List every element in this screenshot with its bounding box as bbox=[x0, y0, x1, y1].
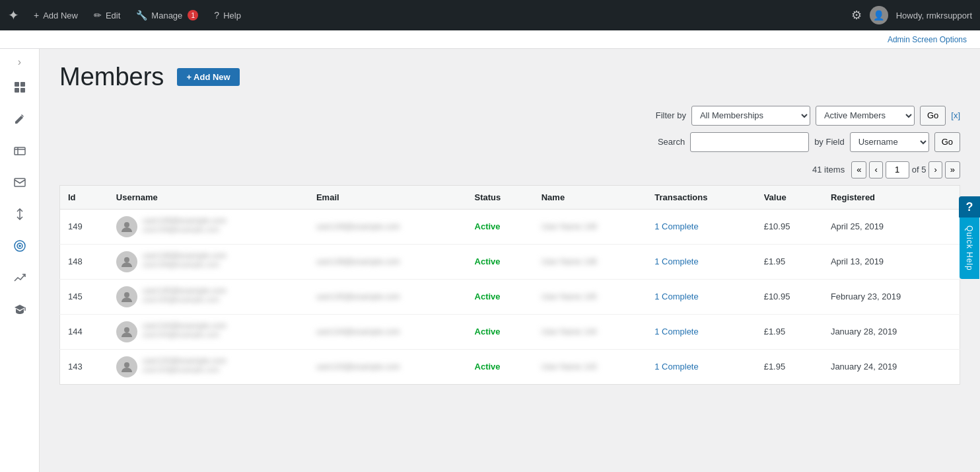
sidebar-item-mail[interactable] bbox=[5, 168, 34, 197]
memberships-filter-select[interactable]: All Memberships bbox=[691, 106, 810, 126]
sidebar-item-transfer[interactable] bbox=[5, 200, 34, 229]
status-badge: Active bbox=[475, 221, 501, 231]
table-row: 143 user143@example.com user143@example.… bbox=[60, 349, 960, 384]
cell-email: user145@example.com bbox=[308, 279, 467, 314]
wrench-icon: 🔧 bbox=[136, 10, 147, 20]
name-text: User Name 144 bbox=[542, 327, 597, 336]
transaction-link[interactable]: 1 Complete bbox=[654, 327, 698, 336]
add-new-button[interactable]: + Add New bbox=[177, 68, 239, 86]
edit-icon: ✏ bbox=[94, 10, 102, 20]
screen-options-button[interactable]: Admin Screen Options bbox=[888, 35, 967, 44]
manage-nav-item[interactable]: 🔧 Manage 1 bbox=[129, 6, 205, 24]
sidebar: › bbox=[0, 49, 40, 472]
username-link[interactable]: user149@example.com bbox=[143, 225, 227, 233]
cell-name: User Name 143 bbox=[534, 349, 647, 384]
name-text: User Name 143 bbox=[542, 362, 597, 372]
search-field-select[interactable]: Username bbox=[850, 132, 929, 152]
avatar bbox=[116, 321, 137, 342]
sidebar-item-chart[interactable] bbox=[5, 263, 34, 292]
svg-rect-7 bbox=[15, 178, 25, 186]
sidebar-item-graduation[interactable] bbox=[5, 295, 34, 324]
avatar bbox=[116, 251, 137, 272]
name-text: User Name 145 bbox=[542, 292, 597, 301]
cell-value: £1.95 bbox=[756, 244, 823, 279]
quick-help-question-button[interactable]: ? bbox=[959, 196, 980, 217]
cell-name: User Name 145 bbox=[534, 279, 647, 314]
last-page-button[interactable]: » bbox=[945, 161, 960, 178]
sidebar-item-dashboard[interactable] bbox=[5, 73, 34, 102]
table-row: 148 user148@example.com user148@example.… bbox=[60, 244, 960, 279]
username-link[interactable]: user144@example.com bbox=[143, 331, 227, 338]
table-row: 149 user149@example.com user149@example.… bbox=[60, 209, 960, 244]
transaction-link[interactable]: 1 Complete bbox=[654, 362, 698, 372]
sidebar-item-grid[interactable] bbox=[5, 136, 34, 165]
cell-registered: January 28, 2019 bbox=[823, 314, 960, 349]
edit-nav-label: Edit bbox=[106, 11, 120, 20]
cell-name: User Name 144 bbox=[534, 314, 647, 349]
transaction-link[interactable]: 1 Complete bbox=[654, 221, 698, 231]
transaction-link[interactable]: 1 Complete bbox=[654, 292, 698, 301]
transaction-link[interactable]: 1 Complete bbox=[654, 256, 698, 266]
cell-username: user143@example.com user143@example.com bbox=[108, 349, 308, 384]
cell-name: User Name 149 bbox=[534, 209, 647, 244]
username-link[interactable]: user145@example.com bbox=[143, 295, 227, 303]
cell-registered: January 24, 2019 bbox=[823, 349, 960, 384]
svg-point-15 bbox=[124, 292, 129, 297]
quick-help-button[interactable]: Quick Help bbox=[960, 217, 979, 279]
col-name: Name bbox=[534, 185, 647, 209]
pagination-row: 41 items « ‹ of 5 › » bbox=[59, 161, 960, 178]
sidebar-item-target[interactable] bbox=[5, 231, 34, 260]
page-header: Members + Add New bbox=[59, 62, 960, 93]
plus-icon: + bbox=[34, 10, 39, 20]
email-text: user149@example.com bbox=[316, 222, 400, 231]
cell-email: user143@example.com bbox=[308, 349, 467, 384]
cell-id: 149 bbox=[60, 209, 108, 244]
svg-point-11 bbox=[19, 245, 20, 247]
sidebar-toggle[interactable]: › bbox=[12, 54, 28, 70]
svg-rect-1 bbox=[20, 82, 25, 87]
add-new-nav-item[interactable]: + Add New bbox=[27, 6, 85, 24]
prev-page-button[interactable]: ‹ bbox=[869, 161, 882, 178]
edit-nav-item[interactable]: ✏ Edit bbox=[87, 6, 127, 24]
filter-clear-button[interactable]: [x] bbox=[951, 110, 960, 120]
avatar bbox=[116, 286, 137, 307]
members-filter-select[interactable]: Active Members bbox=[816, 106, 915, 126]
col-transactions: Transactions bbox=[647, 185, 755, 209]
sidebar-item-edit[interactable] bbox=[5, 104, 34, 134]
first-page-button[interactable]: « bbox=[851, 161, 866, 178]
cell-status: Active bbox=[467, 244, 534, 279]
svg-point-13 bbox=[124, 222, 129, 227]
current-page-input[interactable] bbox=[886, 161, 909, 178]
status-badge: Active bbox=[475, 362, 501, 372]
cell-transactions: 1 Complete bbox=[647, 209, 755, 244]
cell-transactions: 1 Complete bbox=[647, 244, 755, 279]
help-nav-item[interactable]: ? Help bbox=[207, 6, 248, 24]
cell-status: Active bbox=[467, 314, 534, 349]
avatar bbox=[116, 216, 137, 237]
gear-icon[interactable]: ⚙ bbox=[851, 8, 862, 22]
next-page-button[interactable]: › bbox=[928, 161, 942, 178]
email-text: user144@example.com bbox=[316, 327, 400, 336]
status-badge: Active bbox=[475, 327, 501, 336]
cell-name: User Name 148 bbox=[534, 244, 647, 279]
cell-value: £1.95 bbox=[756, 314, 823, 349]
email-text: user148@example.com bbox=[316, 257, 400, 266]
page-of-label: of 5 bbox=[912, 165, 927, 175]
manage-badge: 1 bbox=[188, 10, 198, 20]
username-text: user149@example.com bbox=[143, 216, 227, 225]
search-go-button[interactable]: Go bbox=[934, 132, 960, 152]
pagination-total: 41 items bbox=[812, 165, 845, 175]
email-text: user143@example.com bbox=[316, 362, 400, 372]
username-link[interactable]: user143@example.com bbox=[143, 366, 227, 374]
cell-email: user144@example.com bbox=[308, 314, 467, 349]
svg-rect-4 bbox=[15, 147, 25, 155]
main-content: Members + Add New Filter by All Membersh… bbox=[40, 49, 980, 472]
filter-go-button[interactable]: Go bbox=[920, 106, 946, 126]
cell-registered: April 13, 2019 bbox=[823, 244, 960, 279]
search-input[interactable] bbox=[690, 132, 809, 152]
help-nav-label: Help bbox=[223, 11, 241, 20]
username-link[interactable]: user148@example.com bbox=[143, 260, 227, 268]
cell-value: £1.95 bbox=[756, 349, 823, 384]
cell-status: Active bbox=[467, 209, 534, 244]
cell-id: 143 bbox=[60, 349, 108, 384]
